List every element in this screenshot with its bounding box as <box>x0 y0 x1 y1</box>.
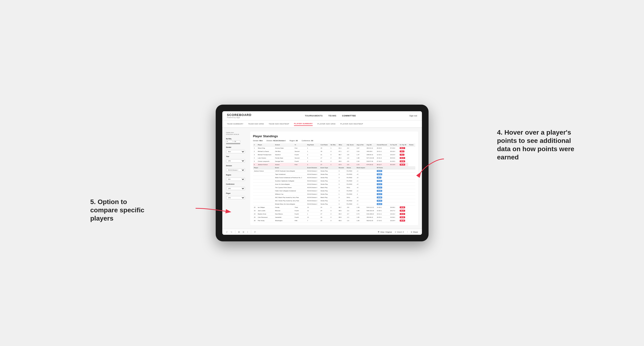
subnav-player-h2h-heatmap[interactable]: PLAYER H2H HEATMAP <box>340 122 363 126</box>
table-row-highlighted[interactable]: 6Jackson KoivunAuburnFirst 227167.5-2.02… <box>253 163 415 166</box>
nav-teams[interactable]: TEAMS <box>328 115 336 117</box>
table-area: Player Standings Gender: Men Division: N… <box>250 132 418 225</box>
annotation-right: 4. Hover over a player's points to see a… <box>497 128 578 161</box>
nav-tournaments[interactable]: TOURNAMENTS <box>305 115 322 117</box>
subnav-team-h2h-heatmap[interactable]: TEAM H2H HEATMAP <box>269 122 289 126</box>
redo-button[interactable]: ↪ <box>230 231 232 233</box>
export-button[interactable]: ↑ <box>407 231 408 233</box>
event-row[interactable]: The Cypress Point Classic NCAA Division … <box>253 186 415 189</box>
event-table-header: Player Event Event Division Event Type R… <box>253 166 415 169</box>
filter-player: Player (All) <box>226 192 248 199</box>
player-label: Player <box>226 192 248 194</box>
table-row[interactable]: 22Ian GilliganFloridaThird 1024168.7-0.8… <box>253 206 415 209</box>
table-row[interactable]: 5Christo LamprechtGeorgia TechFourth 221… <box>253 160 415 163</box>
toolbar-separator-1 <box>235 230 235 234</box>
copy-button[interactable]: ⊞ <box>238 231 240 233</box>
col-school: School <box>274 143 294 147</box>
col-reg-rank: Reg Rank <box>306 143 320 147</box>
table-row[interactable]: 26Petr HrubyWashingtonFifth 723068.6-1.6… <box>253 219 415 222</box>
filter-conference: Conference (All) <box>226 183 248 190</box>
event-row[interactable]: Southern Highlands Collegiate NCAA Divis… <box>253 179 415 182</box>
table-row[interactable]: 25Cole SherwoodVanderbiltFourth 1223068.… <box>253 216 415 219</box>
logo-text: SCOREBOARD <box>227 113 252 117</box>
nav-committee[interactable]: COMMITTEE <box>342 115 356 117</box>
bottom-toolbar: ↩ ↪ ⊞ ⊟ + ⏱ 👁 View: Original ⊙ Watch ▾ ↑ <box>222 229 422 235</box>
col-avg-to-par: Avg to Par <box>356 143 366 147</box>
undo-button[interactable]: ↩ <box>226 231 228 233</box>
gender-label: Gender <box>226 147 248 148</box>
filter-region: Region N/A <box>226 174 248 181</box>
no-rds-min-input[interactable] <box>226 140 233 143</box>
paste-button[interactable]: ⊟ <box>243 231 244 233</box>
annotation-left: 5. Option to compare specific players <box>90 198 152 222</box>
col-avg-sg: Avg SG <box>366 143 376 147</box>
subnav-team-h2h-grid[interactable]: TEAM H2H GRID <box>248 122 264 126</box>
share-button[interactable]: ⊲ Share <box>410 231 418 233</box>
player-standings-table: # Player School Yr Reg Rank Conf Rank No… <box>253 143 415 222</box>
no-rds-label: No Rds. <box>226 138 248 140</box>
event-row[interactable]: Tiger Invitational NCAA Division I Strok… <box>253 173 415 176</box>
gender-select[interactable]: Men <box>226 150 245 153</box>
sign-out-button[interactable]: Sign out <box>409 115 417 117</box>
tablet-frame: SCOREBOARD Powered by clippi TOURNAMENTS… <box>216 105 428 241</box>
col-adj-score: Adj. Score <box>346 143 356 147</box>
sub-nav: TEAM SUMMARY TEAM H2H GRID TEAM H2H HEAT… <box>222 120 422 128</box>
col-player: Player <box>257 143 274 147</box>
subnav-player-h2h-grid[interactable]: PLAYER H2H GRID <box>318 122 336 126</box>
year-label: Year <box>226 156 248 157</box>
filter-year: Year (All) <box>226 156 248 163</box>
division-select[interactable]: NCAA Division I <box>226 169 245 172</box>
tablet-screen: SCOREBOARD Powered by clippi TOURNAMENTS… <box>222 111 422 235</box>
left-arrow <box>193 199 231 218</box>
table-row[interactable]: 24Bastien AmatNew MexicoFourth 127269.4-… <box>253 212 415 216</box>
event-row[interactable]: Fallen Oak Collegiate Invitational NCAA … <box>253 189 415 192</box>
update-time: Update time: 27/01/2024 16:56:26 <box>226 132 248 136</box>
view-original-button[interactable]: 👁 View: Original <box>378 231 392 233</box>
event-row[interactable]: Williams Cup NCAA Division I Stroke Play… <box>253 192 415 196</box>
col-yr: Yr <box>294 143 306 147</box>
col-rank: # <box>253 143 257 147</box>
nav-logo: SCOREBOARD Powered by clippi <box>227 113 252 118</box>
nav-links: TOURNAMENTS TEAMS COMMITTEE <box>305 115 356 117</box>
right-arrow <box>418 157 446 180</box>
col-vs-top25: Vs Top 25 <box>389 143 399 147</box>
eye-icon: 👁 <box>378 231 380 233</box>
event-row[interactable]: Jackson Koivun UNCW Seahawk Intercollegi… <box>253 169 415 173</box>
filter-gender: Gender Men <box>226 147 248 153</box>
toolbar-separator-2 <box>251 230 251 234</box>
watch-button[interactable]: ⊙ Watch ▾ <box>395 231 404 233</box>
add-button[interactable]: + <box>247 231 248 233</box>
event-row[interactable]: Amer An Intercollegiate NCAA Division I … <box>253 182 415 186</box>
filter-no-rds: No Rds. <box>226 138 248 144</box>
no-rds-slider[interactable] <box>226 143 240 144</box>
table-title: Player Standings <box>253 134 415 138</box>
col-wins: Wins <box>338 143 346 147</box>
powered-by-text: Powered by clippi <box>227 117 252 118</box>
event-row[interactable]: SEC Match Play hosted by Jerry Pate NCAA… <box>253 196 415 199</box>
table-row[interactable]: 23Jack LundinMissouriFourth 1124068.5-2.… <box>253 209 415 212</box>
event-row[interactable]: Wake Forest Invitational at Pinehurst No… <box>253 176 415 179</box>
col-vs-top50: Vs Top 50 <box>399 143 408 147</box>
share-icon: ⊲ <box>410 231 412 233</box>
subnav-player-summary[interactable]: PLAYER SUMMARY <box>294 122 313 126</box>
event-row[interactable]: SEC Stroke Play hosted by Jerry Pate NCA… <box>253 199 415 202</box>
year-select[interactable]: (All) <box>226 159 245 163</box>
table-filter-summary: Gender: Men Division: NCAA Division I Re… <box>253 140 415 142</box>
conference-select[interactable]: (All) <box>226 187 245 190</box>
nav-bar: SCOREBOARD Powered by clippi TOURNAMENTS… <box>222 111 422 120</box>
no-rds-max-input[interactable] <box>234 140 240 143</box>
table-row[interactable]: 3Michael ThorbjornsenStanfordFourth 2210… <box>253 153 415 156</box>
table-row[interactable]: 4Luke ClantonFlorida StateSecond 527268.… <box>253 156 415 160</box>
clock-button[interactable]: ⏱ <box>254 231 256 233</box>
subnav-team-summary[interactable]: TEAM SUMMARY <box>227 122 244 126</box>
table-row[interactable]: 2Michael La SassoOle MissSecond 118067.1… <box>253 150 415 153</box>
main-content: Update time: 27/01/2024 16:56:26 No Rds. <box>222 128 422 229</box>
region-select[interactable]: N/A <box>226 177 245 181</box>
col-overall-record: Overall Record <box>376 143 389 147</box>
region-label: Region <box>226 174 248 176</box>
division-label: Division <box>226 165 248 167</box>
table-row[interactable]: 1Wenyi DingArizona StateFirst 115161.1-3… <box>253 147 415 150</box>
event-row[interactable]: Mirabel Maui Jim Intercollegiate NCAA Di… <box>253 202 415 206</box>
col-no-rds: No Rds. <box>330 143 338 147</box>
filter-division: Division NCAA Division I <box>226 165 248 172</box>
